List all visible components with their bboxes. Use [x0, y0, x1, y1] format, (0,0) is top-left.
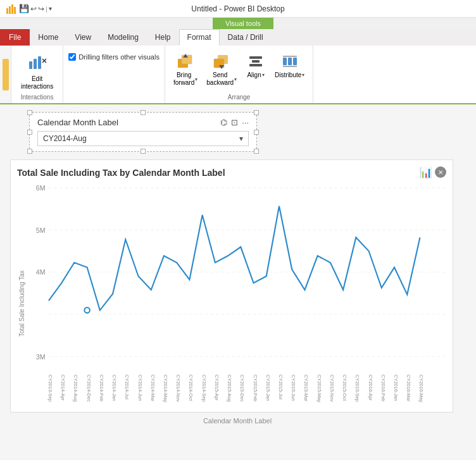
distribute-icon — [280, 51, 300, 71]
svg-text:CY2014-Mar: CY2014-Mar — [150, 375, 156, 402]
content-area: Calendar Month Label ⌬ ⊡ ··· CY2014-Aug … — [0, 104, 476, 459]
slicer-widget: Calendar Month Label ⌬ ⊡ ··· CY2014-Aug … — [29, 112, 257, 152]
svg-text:CY2015-Jun: CY2015-Jun — [291, 375, 296, 401]
tab-view[interactable]: View — [66, 29, 99, 46]
slicer-title: Calendar Month Label — [37, 118, 118, 127]
svg-text:CY2015-May: CY2015-May — [316, 375, 322, 402]
svg-text:CY2015-Jul: CY2015-Jul — [278, 375, 284, 399]
edit-interactions-icon — [26, 53, 49, 75]
tab-modeling[interactable]: Modeling — [99, 29, 147, 46]
filter-icon[interactable]: ⌬ — [220, 118, 227, 127]
svg-text:CY2015-Jan: CY2015-Jan — [265, 375, 271, 401]
chart-container: Total Sale Including Tax by Calendar Mon… — [10, 159, 453, 413]
svg-text:CY2014-Jan: CY2014-Jan — [111, 375, 117, 401]
drilling-checkbox[interactable] — [68, 53, 76, 61]
svg-text:CY2015-Mar: CY2015-Mar — [303, 375, 309, 402]
slicer-selected-value: CY2014-Aug — [43, 134, 87, 143]
svg-text:5M: 5M — [36, 227, 46, 234]
edit-interactions-label: Edit interactions — [21, 75, 53, 90]
chart-more-icon[interactable]: ✕ — [435, 166, 446, 178]
svg-text:3M: 3M — [36, 353, 46, 361]
distribute-dropdown-arrow[interactable]: ▾ — [302, 72, 304, 78]
svg-text:CY2016-Jan: CY2016-Jan — [393, 375, 399, 401]
send-backward-label: Sendbackward — [206, 71, 234, 87]
svg-text:CY2016-May: CY2016-May — [418, 375, 424, 402]
svg-rect-6 — [38, 56, 41, 69]
svg-rect-5 — [34, 59, 37, 69]
quick-access-separator: | — [46, 5, 47, 13]
tab-help[interactable]: Help — [147, 29, 179, 46]
edit-interactions-button[interactable]: Edit interactions — [16, 51, 58, 92]
svg-text:CY2014-Dec: CY2014-Dec — [86, 375, 92, 402]
svg-text:CY2013-Sep: CY2013-Sep — [47, 375, 53, 402]
interactions-section: Edit interactions Interactions — [11, 46, 63, 103]
align-icon — [246, 51, 266, 71]
bring-forward-dropdown-arrow[interactable]: ▾ — [195, 77, 197, 82]
quick-access-toolbar: 💾 ↩ ↪ | ▾ — [5, 3, 52, 15]
redo-button[interactable]: ↪ — [38, 4, 44, 13]
svg-text:CY2015-Aug: CY2015-Aug — [227, 375, 232, 402]
bring-forward-icon — [175, 51, 196, 71]
y-axis-label: Total Sale Including Tax — [17, 181, 28, 426]
tab-file[interactable]: File — [0, 29, 30, 46]
drilling-section: Drilling filters other visuals — [63, 46, 165, 103]
send-backward-icon — [211, 51, 232, 71]
interactions-section-label: Interactions — [16, 92, 58, 103]
tab-home[interactable]: Home — [30, 29, 66, 46]
svg-text:CY2014-Aug: CY2014-Aug — [73, 375, 78, 402]
svg-rect-4 — [29, 61, 32, 69]
quick-access-dropdown[interactable]: ▾ — [49, 5, 52, 12]
align-button[interactable]: Align ▾ — [242, 49, 269, 80]
svg-text:4M: 4M — [36, 268, 46, 276]
visual-tools-label: Visual tools — [213, 18, 273, 29]
chart-line — [49, 206, 420, 311]
chart-svg: 6M 5M 4M 3M — [28, 181, 446, 371]
undo-button[interactable]: ↩ — [30, 4, 37, 13]
send-backward-button[interactable]: Sendbackward ▾ — [203, 49, 240, 89]
arrange-section-label: Arrange — [170, 92, 308, 103]
svg-text:CY2016-Apr: CY2016-Apr — [368, 375, 373, 401]
distribute-button[interactable]: Distribute ▾ — [272, 49, 308, 80]
svg-rect-18 — [293, 58, 297, 65]
svg-text:CY2015-Dec: CY2015-Dec — [239, 375, 245, 402]
svg-rect-16 — [283, 58, 287, 65]
align-dropdown-arrow[interactable]: ▾ — [262, 72, 265, 78]
chart-title: Total Sale Including Tax by Calendar Mon… — [17, 168, 225, 178]
svg-rect-2 — [11, 4, 13, 14]
save-button[interactable]: 💾 — [19, 4, 29, 13]
svg-text:6M: 6M — [36, 184, 46, 192]
chart-visual-icon[interactable]: 📊 — [420, 166, 432, 178]
send-backward-dropdown-arrow[interactable]: ▾ — [234, 77, 237, 82]
distribute-label: Distribute — [275, 71, 301, 78]
drilling-checkbox-label: Drilling filters other visuals — [78, 53, 160, 61]
svg-text:CY2014-Sep: CY2014-Sep — [201, 375, 207, 402]
align-label: Align — [247, 71, 261, 78]
app-title: Untitled - Power BI Desktop — [191, 4, 284, 13]
focus-icon[interactable]: ⊡ — [231, 118, 238, 127]
svg-point-30 — [84, 308, 90, 313]
svg-text:CY2014-Jun: CY2014-Jun — [137, 375, 142, 401]
svg-rect-3 — [14, 7, 16, 14]
slicer-dropdown[interactable]: CY2014-Aug ▾ — [37, 131, 249, 146]
svg-text:CY2015-Apr: CY2015-Apr — [214, 375, 220, 401]
svg-text:CY2016-Feb: CY2016-Feb — [380, 375, 386, 401]
more-options-icon[interactable]: ··· — [242, 118, 249, 127]
tab-format[interactable]: Format — [179, 29, 220, 46]
bring-forward-button[interactable]: Bringforward ▾ — [170, 49, 201, 89]
svg-text:CY2015-Feb: CY2015-Feb — [252, 375, 258, 401]
x-axis-labels: CY2013-Sep CY2014-Apr CY2014-Aug CY2014-… — [28, 371, 446, 416]
svg-text:CY2014-Feb: CY2014-Feb — [99, 375, 104, 401]
tab-data-drill[interactable]: Data / Drill — [220, 29, 272, 46]
svg-rect-0 — [6, 8, 8, 14]
sidebar-indicator — [3, 59, 9, 90]
svg-rect-14 — [252, 60, 260, 63]
tab-bar: File Home View Modeling Help Format Data… — [0, 29, 476, 46]
svg-text:CY2014-Oct: CY2014-Oct — [188, 375, 194, 401]
svg-text:CY2014-May: CY2014-May — [163, 375, 168, 402]
svg-text:CY2014-Jul: CY2014-Jul — [124, 375, 130, 399]
svg-text:CY2016-Mar: CY2016-Mar — [406, 375, 411, 402]
svg-rect-13 — [249, 56, 262, 59]
svg-rect-17 — [288, 58, 292, 65]
svg-rect-15 — [249, 64, 262, 66]
arrange-section: Bringforward ▾ Sendbackward — [165, 46, 313, 103]
